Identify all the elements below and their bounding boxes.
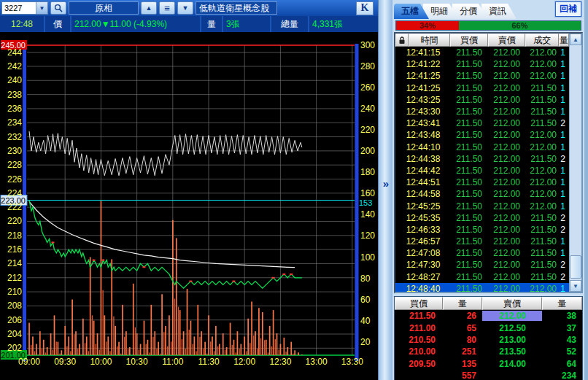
trade-cell: 211.50 (451, 260, 489, 270)
depth-row[interactable]: 211.0065212.5037 (395, 322, 582, 333)
column-header-bid[interactable]: 買價 (450, 34, 488, 47)
scroll-down-icon[interactable]: ▼ (570, 280, 581, 292)
svg-text:13:00: 13:00 (306, 357, 328, 367)
trade-row[interactable]: 12:45:25211.50212.00212.001 (395, 200, 569, 212)
column-header-ask-vol[interactable]: 量 (542, 297, 582, 310)
trade-row[interactable]: 12:43:25211.50212.00211.501 (395, 94, 569, 106)
scroll-up-icon[interactable]: ▲ (570, 34, 581, 45)
trade-cell: 1 (560, 83, 569, 93)
trade-cell: 212.00 (489, 118, 527, 128)
trade-row[interactable]: 12:44:38211.50212.00211.502 (395, 153, 569, 165)
trade-row[interactable]: 12:44:10211.50212.00212.001 (395, 141, 569, 153)
buy-ratio-segment: 66% (459, 21, 581, 30)
lock-column-button[interactable] (395, 34, 409, 47)
trade-cell: 1 (560, 130, 569, 140)
column-header-vol[interactable]: 量 (559, 34, 569, 47)
trade-cell: 12:41:22 (395, 59, 451, 69)
trade-row[interactable]: 12:41:25211.50212.00211.501 (395, 82, 569, 94)
prev-stock-button[interactable]: ▲ (141, 1, 157, 15)
trade-row[interactable]: 12:43:30211.50212.00211.501 (395, 106, 569, 117)
depth-row[interactable]: 211.5026212.0038 (395, 310, 582, 322)
svg-text:220: 220 (360, 125, 375, 135)
trade-cell: 211.50 (451, 83, 489, 93)
trade-cell: 212.00 (527, 71, 560, 81)
trade-cell: 12:48:27 (395, 272, 451, 282)
column-header-bid-vol[interactable]: 量 (443, 297, 482, 310)
trade-row[interactable]: 12:41:22211.50212.00212.001 (395, 58, 569, 70)
column-header-ask-price[interactable]: 賣價 (482, 297, 542, 310)
recover-button[interactable]: 回補 (555, 1, 581, 17)
trade-cell: 1 (560, 201, 569, 212)
trade-cell: 12:41:15 (395, 47, 451, 58)
trade-row[interactable]: 12:46:33211.50212.00211.502 (395, 224, 569, 236)
column-header-ask[interactable]: 賣價 (488, 34, 526, 47)
trade-row[interactable]: 12:46:57211.50212.00211.501 (395, 236, 569, 247)
column-header-deal[interactable]: 成交 (525, 34, 559, 47)
svg-text:214: 214 (7, 258, 22, 268)
depth-cell: 211.50 (395, 311, 443, 321)
trade-cell: 12:43:30 (395, 106, 451, 117)
combobox-dropdown-icon[interactable]: ▼ (36, 2, 47, 14)
time-axis-labels: 09:0009:3010:0010:3011:0011:3012:0012:30… (18, 357, 363, 367)
trade-row[interactable]: 12:44:58211.50212.00212.001 (395, 188, 569, 200)
trade-cell: 12:46:57 (395, 236, 451, 247)
buy-sell-ratio-bar: 34% 66% (395, 20, 581, 31)
price-line (29, 201, 302, 289)
trade-row[interactable]: 12:41:25211.50212.00212.001 (395, 70, 569, 82)
quote-time: 12:48 (0, 16, 45, 32)
trade-cell: 1 (560, 106, 569, 117)
trade-row[interactable]: 12:44:42211.50212.00212.001 (395, 165, 569, 177)
trade-row[interactable]: 12:47:08211.50212.00211.501 (395, 247, 569, 259)
scrollbar-thumb[interactable] (570, 255, 581, 279)
trade-cell: 211.50 (451, 272, 489, 282)
svg-text:10:00: 10:00 (90, 357, 112, 367)
search-button[interactable] (50, 1, 66, 15)
stock-code-combobox[interactable]: 3227 ▼ (1, 1, 48, 15)
trade-cell: 12:43:48 (395, 130, 451, 140)
trade-row[interactable]: 12:41:15211.50212.00212.001 (395, 47, 569, 58)
trade-cell: 212.00 (489, 177, 527, 187)
tab-資訊[interactable]: 資訊 (481, 4, 517, 19)
trade-cell: 12:44:51 (395, 177, 451, 187)
trade-row[interactable]: 12:45:35211.50212.00211.502 (395, 212, 569, 224)
trade-cell: 12:43:25 (395, 95, 451, 105)
up-arrow-icon: ▲ (146, 4, 152, 12)
depth-row[interactable]: 210.5080213.0043 (395, 334, 582, 346)
trade-cell: 12:45:25 (395, 201, 451, 212)
trade-cell: 12:46:33 (395, 225, 451, 235)
depth-row[interactable]: 209.50135214.0064 (395, 358, 582, 370)
trade-cell: 211.50 (527, 118, 560, 128)
volume-bars (28, 201, 303, 355)
svg-text:226: 226 (7, 174, 22, 185)
depth-rows: 211.5026212.0038211.0065212.5037210.5080… (395, 310, 582, 370)
column-header-bid-price[interactable]: 買價 (395, 297, 443, 310)
stock-code-value[interactable]: 3227 (2, 2, 36, 14)
trade-cell: 1 (560, 47, 569, 58)
trade-cell: 211.50 (527, 272, 560, 282)
depth-cell: 211.00 (395, 323, 443, 333)
trade-cell: 2 (560, 272, 569, 282)
trade-cell: 212.00 (527, 284, 560, 292)
trades-scrollbar[interactable]: ▲ ▼ (569, 34, 581, 292)
trade-cell: 1 (560, 284, 569, 292)
svg-text:204: 204 (7, 329, 22, 339)
svg-text:236: 236 (7, 104, 22, 114)
column-header-time[interactable]: 時間 (409, 34, 450, 47)
trade-row[interactable]: 12:43:48211.50212.00212.001 (395, 129, 569, 141)
trade-row[interactable]: 12:47:30211.50212.00211.502 (395, 259, 569, 271)
trade-row[interactable]: 12:44:51211.50212.00212.001 (395, 177, 569, 188)
trading-app-window: 3227 ▼ 原相 ▲ ≡ ▼ 低軌道衛星概念股 K 12:48 價 212.0… (0, 0, 588, 380)
trade-cell: 211.50 (451, 154, 489, 164)
trade-row[interactable]: 12:48:27211.50212.00211.502 (395, 271, 569, 283)
trade-cell: 211.50 (451, 95, 489, 105)
trade-cell: 211.50 (451, 236, 489, 247)
collapse-panel-button[interactable]: » (379, 174, 392, 193)
trades-table-header: 時間 買價 賣價 成交 量 (395, 34, 569, 47)
trade-cell: 212.00 (527, 59, 560, 69)
trade-row[interactable]: 12:48:40211.50212.00212.001 (395, 283, 569, 292)
kline-button[interactable]: K (356, 1, 374, 15)
next-stock-button[interactable]: ▼ (177, 1, 193, 15)
depth-row[interactable]: 210.00251213.5052 (395, 346, 582, 357)
stock-list-button[interactable]: ≡ (159, 1, 175, 15)
trade-row[interactable]: 12:43:41211.50212.00211.502 (395, 117, 569, 129)
